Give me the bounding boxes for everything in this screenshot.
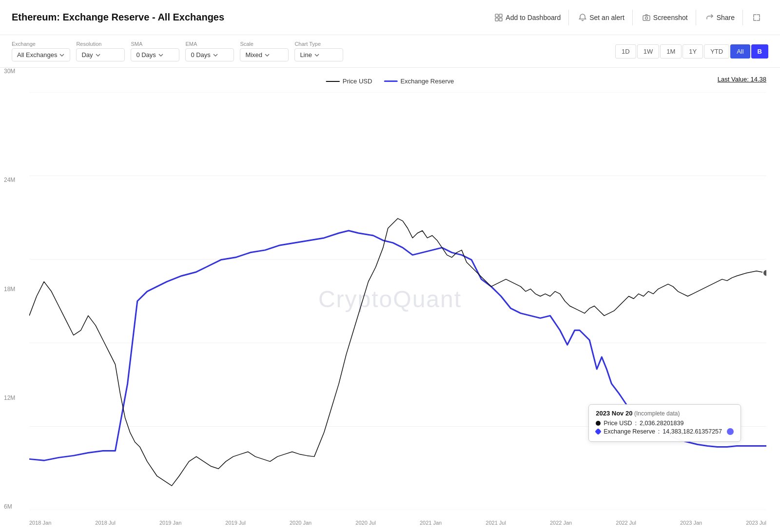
exchange-label: Exchange [12,41,70,47]
expand-icon [753,14,760,21]
x-label-2020jul: 2020 Jul [355,520,376,526]
x-label-2022jul: 2022 Jul [616,520,636,526]
time-range-buttons: 1D 1W 1M 1Y YTD All B [615,44,768,59]
exchange-filter: Exchange All Exchanges [12,41,70,61]
tooltip-reserve-label: Exchange Reserve [604,428,655,435]
bell-icon [579,14,586,21]
expand-button[interactable] [745,10,768,25]
x-label-2023jul: 2023 Jul [746,520,766,526]
x-label-2021jan: 2021 Jan [420,520,442,526]
x-label-2018jul: 2018 Jul [95,520,116,526]
chevron-down-icon [314,52,320,58]
legend-exchange-reserve: Exchange Reserve [384,78,454,85]
tooltip-date-value: 2023 Nov 20 [596,410,632,417]
tooltip-reserve-row: Exchange Reserve: 14,383,182.61357257 [596,428,734,435]
tooltip-reserve-value: 14,383,182.61357257 [663,428,722,435]
time-1w-button[interactable]: 1W [637,44,660,59]
add-to-dashboard-label: Add to Dashboard [506,14,561,21]
scale-value: Mixed [245,51,262,59]
ema-value: 0 Days [191,51,210,59]
tooltip-price-row: Price USD: 2,036.28201839 [596,420,734,427]
tooltip-reserve-dot [595,428,602,435]
y-label-6m: 6M [4,503,15,510]
svg-rect-0 [495,14,498,17]
camera-icon [643,14,650,21]
set-alert-label: Set an alert [589,14,624,21]
exchange-reserve-line-indicator [384,80,397,82]
tooltip-reserve-color-dot [727,428,734,435]
resolution-value: Day [81,51,93,59]
svg-rect-3 [499,18,502,21]
screenshot-button[interactable]: Screenshot [635,10,696,25]
header: Ethereum: Exchange Reserve - All Exchang… [0,0,780,35]
sma-label: SMA [131,41,179,47]
x-label-2023jan: 2023 Jan [680,520,702,526]
price-usd-line [29,218,766,486]
time-1d-button[interactable]: 1D [615,44,636,59]
chevron-down-icon [264,52,270,58]
time-1y-button[interactable]: 1Y [682,44,703,59]
x-label-2019jan: 2019 Jan [159,520,181,526]
sma-filter: SMA 0 Days [131,41,179,61]
scale-filter: Scale Mixed [240,41,289,61]
chevron-down-icon [213,52,218,58]
legend-reserve-label: Exchange Reserve [400,78,454,85]
chart-type-select[interactable]: Line [294,48,343,61]
set-alert-button[interactable]: Set an alert [571,10,633,25]
x-label-2018jan: 2018 Jan [29,520,51,526]
x-label-2022jan: 2022 Jan [550,520,572,526]
tooltip-price-label: Price USD [604,420,632,427]
y-label-12m: 12M [4,394,15,401]
tooltip-date: 2023 Nov 20 (Incomplete data) [596,410,734,417]
resolution-label: Resolution [76,41,125,47]
legend-price-label: Price USD [343,78,372,85]
share-icon [706,14,714,21]
chart-type-value: Line [300,51,312,59]
last-value-display: Last Value: 14.38 [718,76,766,83]
tooltip: 2023 Nov 20 (Incomplete data) Price USD:… [588,404,741,442]
chart-type-filter: Chart Type Line [294,41,343,61]
y-label-18m: 18M [4,286,15,293]
tooltip-price-value: 2,036.28201839 [640,420,683,427]
chart-type-label: Chart Type [294,41,343,47]
add-to-dashboard-button[interactable]: Add to Dashboard [487,10,569,25]
exchange-select[interactable]: All Exchanges [12,48,70,61]
ema-select[interactable]: 0 Days [185,48,234,61]
time-ytd-button[interactable]: YTD [704,44,729,59]
svg-rect-2 [495,18,498,21]
price-usd-line-indicator [326,81,340,82]
svg-rect-1 [499,14,502,17]
svg-point-5 [645,17,647,19]
sma-select[interactable]: 0 Days [131,48,179,61]
time-1m-button[interactable]: 1M [660,44,682,59]
time-custom-button[interactable]: B [751,44,768,59]
legend-price-usd: Price USD [326,78,372,85]
resolution-select[interactable]: Day [76,48,125,61]
x-label-2020jan: 2020 Jan [290,520,312,526]
time-all-button[interactable]: All [730,44,750,59]
x-axis: 2018 Jan 2018 Jul 2019 Jan 2019 Jul 2020… [29,520,766,526]
main-chart[interactable] [29,92,766,510]
exchange-value: All Exchanges [17,51,57,59]
chevron-down-icon [95,52,101,58]
share-button[interactable]: Share [698,10,743,25]
dashboard-icon [495,14,503,21]
screenshot-label: Screenshot [653,14,688,21]
sma-value: 0 Days [136,51,156,59]
cursor-dot [763,270,766,276]
chart-legend: Price USD Exchange Reserve [326,78,454,85]
resolution-filter: Resolution Day [76,41,125,61]
scale-select[interactable]: Mixed [240,48,289,61]
svg-rect-4 [643,16,650,20]
page-title: Ethereum: Exchange Reserve - All Exchang… [12,12,224,23]
ema-filter: EMA 0 Days [185,41,234,61]
share-label: Share [717,14,735,21]
y-label-30m: 30M [4,68,15,75]
toolbar-filters: Exchange All Exchanges Resolution Day SM… [12,41,343,61]
scale-label: Scale [240,41,289,47]
y-axis: 30M 24M 18M 12M 6M [4,68,15,510]
chart-area: Price USD Exchange Reserve Last Value: 1… [0,68,780,530]
ema-label: EMA [185,41,234,47]
tooltip-price-dot [596,421,601,426]
y-label-24m: 24M [4,177,15,183]
